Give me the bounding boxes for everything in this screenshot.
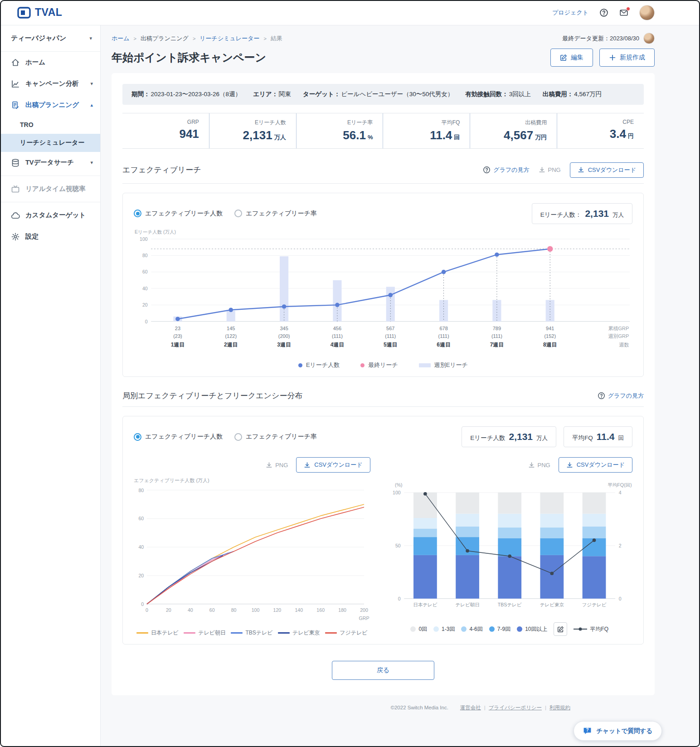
kpi-strip: GRP941Eリーチ人数2,131万人Eリーチ率56.1%平均FQ11.4回出稿… (122, 113, 644, 149)
csv-label: CSVダウンロード (314, 461, 362, 469)
footer-link[interactable]: プライバシーポリシー (489, 704, 542, 711)
breadcrumb-current: 結果 (271, 34, 282, 43)
legend-item: 1-3回 (433, 625, 455, 633)
sidebar-item-label: 出稿プランニング (25, 101, 90, 109)
avg-fq-badge: 平均FQ 11.4 回 (564, 426, 632, 447)
radio-label: エフェクティブリーチ人数 (145, 433, 223, 441)
main-content: ホーム > 出稿プランニング > リーチシミュレーター > 結果 最終データ更新… (101, 25, 700, 747)
sidebar-item-tro[interactable]: TRO (0, 116, 100, 134)
sidebar-item-ad-planning[interactable]: 出稿プランニング ▴ (0, 94, 100, 116)
svg-text:140: 140 (295, 608, 303, 613)
badge-value: 2,131 (509, 431, 533, 442)
svg-text:60: 60 (209, 608, 215, 613)
csv-download-button[interactable]: CSVダウンロード (559, 457, 632, 473)
chat-button[interactable]: ? チャットで質問する (574, 721, 662, 741)
badge-label: Eリーチ人数 (470, 434, 505, 442)
condition-item: 期間：2023-01-23〜2023-03-26（8週） (131, 90, 241, 98)
notification-dot (626, 7, 630, 11)
svg-text:345: 345 (280, 325, 288, 331)
sidebar: ティーバジャパン ▾ ホーム キャンペーン分析 ▾ 出稿プランニング ▴ TRO… (0, 25, 101, 747)
radio-reach-rate[interactable]: エフェクティブリーチ率 (234, 210, 317, 218)
kpi-grp: GRP941 (122, 113, 209, 148)
user-avatar[interactable] (639, 5, 655, 20)
footer-link[interactable]: 利用規約 (549, 704, 570, 711)
svg-text:180: 180 (338, 608, 346, 613)
sidebar-item-label: リーチシミュレーター (20, 139, 84, 147)
mail-icon[interactable] (619, 8, 628, 17)
radio-reach-rate[interactable]: エフェクティブリーチ率 (234, 433, 317, 441)
org-selector[interactable]: ティーバジャパン ▾ (0, 25, 100, 52)
svg-text:80: 80 (231, 608, 237, 613)
back-button[interactable]: 戻る (332, 661, 434, 680)
breadcrumb-planning[interactable]: 出稿プランニング (141, 34, 189, 43)
radio-reach-count[interactable]: エフェクティブリーチ人数 (134, 433, 223, 441)
svg-text:(111): (111) (332, 333, 343, 339)
legend-item: 最終リーチ (360, 361, 398, 369)
chevron-up-icon: ▴ (90, 103, 93, 107)
download-icon (266, 462, 272, 469)
chevron-down-icon: ▾ (90, 160, 93, 165)
csv-download-button[interactable]: CSVダウンロード (570, 162, 644, 178)
svg-text:累積GRP: 累積GRP (608, 325, 629, 331)
legend-item: 7-9回 (489, 625, 510, 633)
svg-text:0: 0 (618, 596, 621, 601)
sidebar-item-custom-target[interactable]: カスタムターゲット (0, 205, 100, 226)
graph-help-link[interactable]: グラフの見方 (598, 392, 644, 400)
sidebar-item-tv-data-search[interactable]: TVデータサーチ ▾ (0, 152, 100, 173)
gear-icon (11, 232, 20, 241)
help-icon[interactable] (599, 8, 608, 17)
graph-help-link[interactable]: グラフの見方 (483, 166, 529, 174)
sidebar-item-realtime-rating[interactable]: リアルタイム視聴率 (0, 178, 100, 200)
svg-text:8週目: 8週目 (543, 342, 557, 348)
svg-text:789: 789 (493, 325, 501, 331)
png-download-button[interactable]: PNG (539, 166, 561, 173)
kpi-avg-fq: 平均FQ11.4回 (383, 113, 470, 148)
breadcrumb-separator: > (134, 36, 136, 41)
radio-reach-count[interactable]: エフェクティブリーチ人数 (134, 210, 223, 218)
svg-text:0: 0 (398, 596, 400, 601)
y-axis-title: エフェクティブリーチ人数 (万人) (134, 477, 370, 484)
svg-text:4週目: 4週目 (331, 342, 345, 348)
svg-text:3週目: 3週目 (277, 342, 291, 348)
topbar: TVAL プロジェクト (0, 0, 700, 25)
effective-reach-chart: Eリーチ人数 (万人)02040608010023(23)1週目145(122)… (134, 229, 632, 360)
sidebar-item-label: 設定 (25, 232, 93, 241)
breadcrumb-home[interactable]: ホーム (112, 34, 130, 43)
csv-download-button[interactable]: CSVダウンロード (296, 457, 370, 473)
sidebar-item-settings[interactable]: 設定 (0, 226, 100, 247)
csv-label: CSVダウンロード (577, 461, 625, 469)
kpi-cpe: CPE3.4円 (557, 113, 644, 148)
radio-label: エフェクティブリーチ率 (246, 433, 317, 441)
svg-text:145: 145 (227, 325, 235, 331)
footer-link[interactable]: 運営会社 (460, 704, 481, 711)
org-name: ティーバジャパン (11, 34, 66, 43)
sidebar-item-reach-simulator[interactable]: リーチシミュレーター (0, 134, 100, 152)
svg-text:(200): (200) (278, 333, 290, 339)
station-reach-column: PNG CSVダウンロード エフェクティブリーチ人数 (万人) 02040608… (134, 457, 370, 636)
conditions-bar: 期間：2023-01-23〜2023-03-26（8週）エリア：関東ターゲット：… (122, 84, 644, 105)
svg-text:60: 60 (138, 516, 144, 522)
download-icon (304, 462, 311, 469)
fq-legend-edit-button[interactable] (554, 622, 567, 636)
png-download-button[interactable]: PNG (266, 462, 288, 469)
help-link-label: グラフの見方 (608, 392, 644, 400)
station-reach-chart: 020406080020406080100120140160180200GRP (134, 486, 370, 625)
svg-text:0: 0 (141, 601, 144, 607)
tval-logo[interactable]: TVAL (17, 6, 62, 19)
station-chart-legend: 日本テレビテレビ朝日TBSテレビテレビ東京フジテレビ (134, 629, 370, 637)
svg-text:40: 40 (142, 285, 148, 291)
svg-text:5週目: 5週目 (384, 342, 398, 348)
fq-chart-legend: 0回1-3回4-6回7-9回10回以上平均FQ (387, 622, 632, 636)
badge-label: 平均FQ (572, 434, 593, 442)
sidebar-item-campaign-analysis[interactable]: キャンペーン分析 ▾ (0, 73, 100, 94)
edit-button-label: 編集 (571, 54, 583, 62)
svg-text:2週目: 2週目 (224, 342, 238, 348)
breadcrumb: ホーム > 出稿プランニング > リーチシミュレーター > 結果 (112, 34, 282, 43)
sidebar-item-home[interactable]: ホーム (0, 52, 100, 73)
breadcrumb-reach-simulator[interactable]: リーチシミュレーター (199, 34, 259, 43)
project-link[interactable]: プロジェクト (552, 9, 588, 17)
footer: ©2022 Switch Media Inc. 運営会社|プライバシーポリシー|… (112, 695, 655, 718)
png-download-button[interactable]: PNG (528, 462, 550, 469)
create-new-button[interactable]: 新規作成 (599, 49, 655, 67)
edit-button[interactable]: 編集 (550, 49, 593, 67)
